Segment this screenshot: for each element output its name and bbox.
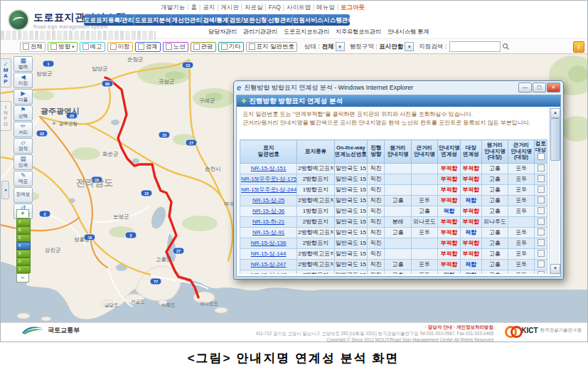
row-checkbox[interactable] bbox=[538, 239, 545, 246]
filter-checkbox[interactable]: 예고 bbox=[80, 42, 105, 52]
submenu-item[interactable]: 안내시스템 통계 bbox=[387, 28, 429, 36]
menu-item[interactable]: 검토/보완신청 bbox=[228, 14, 267, 26]
map-tool-거리[interactable]: ✏거리 bbox=[14, 122, 33, 137]
link-status[interactable]: 부적합 bbox=[462, 186, 479, 193]
scroll-thumb[interactable] bbox=[550, 118, 560, 161]
filter-checkbox[interactable]: 이정 bbox=[107, 42, 133, 52]
top-link[interactable]: 사이트맵 bbox=[287, 4, 311, 11]
link-status[interactable]: 부적합 bbox=[440, 229, 457, 236]
row-checkbox[interactable] bbox=[538, 207, 545, 214]
map-tool-다음[interactable]: ▶다음 bbox=[14, 89, 33, 105]
zoom-level-5[interactable]: 5 bbox=[16, 234, 31, 242]
link-status[interactable]: 적합 bbox=[465, 229, 476, 236]
popup-scrollbar[interactable]: ▲ ▼ bbox=[549, 107, 560, 275]
sign-id-link[interactable]: NR-15-상-144 bbox=[251, 250, 287, 257]
row-checkbox[interactable] bbox=[538, 260, 545, 268]
minimize-button[interactable]: — bbox=[518, 83, 532, 92]
chevron-down-icon[interactable]: ▾ bbox=[72, 44, 75, 50]
map-tool-이전[interactable]: ◀이전 bbox=[14, 73, 33, 88]
link-status[interactable]: 부적합 bbox=[440, 240, 457, 246]
link-status[interactable]: 부적합 bbox=[440, 250, 457, 257]
link-status[interactable]: 부적합 bbox=[462, 176, 479, 182]
top-link[interactable]: 개발기능 bbox=[161, 4, 185, 11]
top-link[interactable]: 자료실 bbox=[245, 4, 263, 11]
menu-item[interactable]: 민원서비스 bbox=[292, 14, 324, 26]
link-status[interactable]: 적합 bbox=[465, 197, 476, 203]
sign-id-link[interactable]: NR-15-상-25 bbox=[252, 197, 284, 203]
link-status[interactable]: 부적합 bbox=[440, 176, 457, 182]
menu-item[interactable]: 개선안관리 bbox=[171, 14, 202, 26]
close-button[interactable]: ✕ bbox=[547, 83, 560, 92]
zoom-out-button[interactable]: − bbox=[16, 273, 29, 282]
map-tool-전체보기[interactable]: 전체보기 bbox=[14, 187, 33, 203]
checkbox-icon[interactable] bbox=[249, 43, 255, 50]
submenu-item[interactable]: 담당자관리 bbox=[208, 28, 237, 36]
row-checkbox[interactable] bbox=[538, 271, 545, 274]
filter-checkbox[interactable]: 방향▾ bbox=[48, 42, 77, 52]
filter-checkbox[interactable]: 노선 bbox=[163, 42, 188, 52]
checkbox-icon[interactable] bbox=[166, 43, 172, 50]
top-link[interactable]: 메뉴얼 bbox=[316, 4, 335, 11]
row-checkbox[interactable] bbox=[538, 250, 545, 257]
filter-checkbox[interactable]: 표지 일련번호 bbox=[246, 42, 297, 52]
link-status[interactable]: 적합 bbox=[443, 272, 454, 274]
menu-item[interactable]: 도로표지등록/관리 bbox=[84, 14, 134, 26]
sign-id-link[interactable]: NR-15-상-147 bbox=[251, 272, 287, 274]
sign-id-link[interactable]: NR-15-상-151 bbox=[251, 165, 287, 171]
map-tool-인쇄[interactable]: ▤인쇄 bbox=[14, 154, 33, 170]
link-status[interactable]: 부적합 bbox=[440, 197, 457, 203]
row-checkbox[interactable] bbox=[538, 175, 545, 182]
zoom-level-7[interactable]: 7 bbox=[16, 218, 31, 226]
zoom-level-6[interactable]: 6 bbox=[16, 226, 31, 234]
row-checkbox[interactable] bbox=[538, 186, 545, 193]
link-status[interactable]: 부적합 bbox=[440, 218, 457, 225]
zoom-level-3[interactable]: 3 bbox=[16, 250, 31, 258]
search-icon[interactable] bbox=[502, 43, 510, 51]
maximize-button[interactable]: ▢ bbox=[533, 83, 546, 92]
warning-icon[interactable]: ! bbox=[573, 41, 584, 53]
menu-item[interactable]: 검색/통계 bbox=[202, 14, 228, 26]
panel-collapse-handle[interactable]: ◂ bbox=[1, 181, 9, 199]
checkbox-icon[interactable] bbox=[221, 43, 228, 50]
zoom-level-4[interactable]: 4 bbox=[16, 242, 31, 250]
menu-item[interactable]: 시스템관리 bbox=[323, 14, 350, 26]
link-status[interactable]: 부적합 bbox=[462, 250, 479, 257]
filter-checkbox[interactable]: 경계 bbox=[135, 42, 161, 52]
top-link[interactable]: 로그아웃 bbox=[341, 4, 365, 11]
top-link[interactable]: 공지 bbox=[203, 4, 215, 11]
submenu-item[interactable]: 관리기관관리 bbox=[243, 28, 277, 36]
checkbox-icon[interactable] bbox=[193, 43, 200, 50]
sign-id-link[interactable]: NR-15-하-21 bbox=[252, 218, 284, 225]
footer-link[interactable]: 담당자 안내 bbox=[428, 324, 452, 329]
top-link[interactable]: 게시판 bbox=[220, 4, 239, 11]
checkbox-icon[interactable] bbox=[50, 43, 57, 50]
scroll-up-icon[interactable]: ▲ bbox=[550, 108, 560, 118]
filter-checkbox[interactable]: 기타 bbox=[218, 42, 244, 52]
sign-id-link[interactable]: NR-15-상-136 bbox=[251, 240, 287, 246]
link-status[interactable]: 부적합 bbox=[462, 208, 479, 214]
status-dropdown[interactable]: ▾ bbox=[336, 42, 345, 51]
select-all-checkbox[interactable] bbox=[538, 153, 545, 160]
filter-checkbox[interactable]: 전체 bbox=[20, 42, 46, 52]
link-status[interactable]: 적합 bbox=[465, 261, 476, 268]
checkbox-icon[interactable] bbox=[82, 43, 89, 50]
submenu-item[interactable]: 도로표지코드관리 bbox=[284, 28, 329, 36]
checkbox-icon[interactable] bbox=[138, 43, 144, 50]
map-tool-범례[interactable]: ▦범례 bbox=[14, 56, 33, 72]
map-canvas[interactable]: 1881325221517292182277715 장성군담양군순창군곡성군구례… bbox=[1, 54, 587, 323]
popup-titlebar[interactable]: e 진행방향 방향표지 연계성 분석 - Windows Internet Ex… bbox=[234, 81, 563, 94]
search-input[interactable] bbox=[449, 41, 501, 52]
top-link[interactable]: FAQ bbox=[269, 4, 281, 11]
tab-info[interactable]: INFO bbox=[1, 101, 11, 131]
submenu-item[interactable]: 지주유형코드관리 bbox=[336, 28, 381, 36]
row-checkbox[interactable] bbox=[538, 196, 545, 203]
link-status[interactable]: 적합 bbox=[443, 208, 454, 214]
link-status[interactable]: 부적합 bbox=[462, 240, 479, 246]
top-link[interactable]: 홈 bbox=[191, 4, 197, 11]
footer-link[interactable]: 개인정보처리방침 bbox=[456, 324, 493, 329]
scroll-down-icon[interactable]: ▼ bbox=[550, 264, 560, 274]
map-tool-메모[interactable]: ✎메모 bbox=[14, 171, 33, 186]
map-tool-선택[interactable]: ⚑선택 bbox=[14, 105, 33, 121]
sign-id-link[interactable]: NR-15-상-91 bbox=[252, 229, 284, 236]
zoom-level-1[interactable]: 1 bbox=[16, 265, 31, 273]
